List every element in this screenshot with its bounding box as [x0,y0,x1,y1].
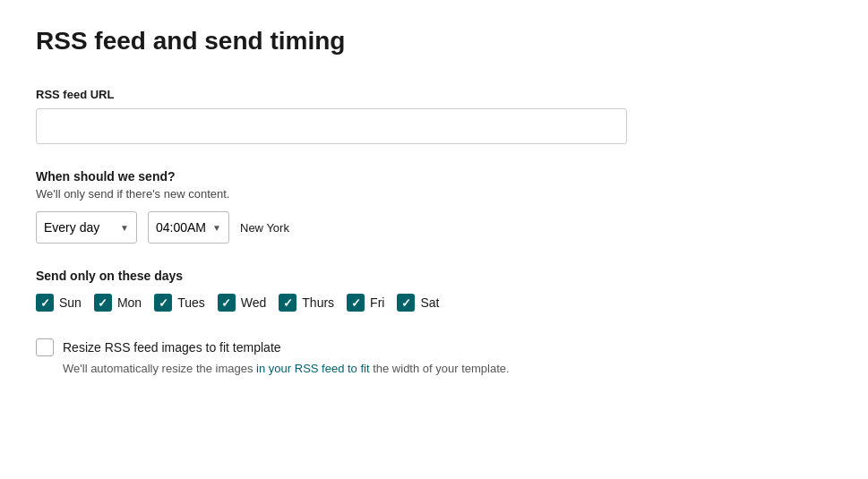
day-item-sun[interactable]: ✓ Sun [36,294,82,312]
days-row: ✓ Sun ✓ Mon ✓ Tues ✓ Wed ✓ [36,294,832,312]
frequency-dropdown-wrapper[interactable]: Every day Every week Every month ▼ [36,211,137,244]
send-question: When should we send? [36,169,832,184]
day-checkbox-tues[interactable]: ✓ [154,294,172,312]
resize-description: We'll automatically resize the images in… [63,362,832,375]
day-checkbox-mon[interactable]: ✓ [94,294,112,312]
time-select[interactable]: 04:00AM 05:00AM 06:00AM 07:00AM 08:00AM [156,220,221,235]
day-item-tues[interactable]: ✓ Tues [154,294,205,312]
checkmark-fri: ✓ [351,297,361,309]
resize-row: Resize RSS feed images to fit template [36,338,832,356]
day-label-sat: Sat [420,295,439,310]
rss-url-label: RSS feed URL [36,88,832,101]
rss-url-section: RSS feed URL [36,88,832,144]
time-dropdown-wrapper[interactable]: 04:00AM 05:00AM 06:00AM 07:00AM 08:00AM … [148,211,229,244]
checkmark-tues: ✓ [159,297,168,309]
day-checkbox-fri[interactable]: ✓ [347,294,365,312]
frequency-select[interactable]: Every day Every week Every month [44,220,129,235]
resize-section: Resize RSS feed images to fit template W… [36,338,832,375]
timezone-label: New York [240,221,289,235]
day-label-mon: Mon [117,295,142,310]
checkmark-sat: ✓ [401,297,411,309]
day-checkbox-sun[interactable]: ✓ [36,294,54,312]
day-item-wed[interactable]: ✓ Wed [218,294,267,312]
send-timing-section: When should we send? We'll only send if … [36,169,832,244]
day-item-mon[interactable]: ✓ Mon [94,294,142,312]
day-label-tues: Tues [177,295,205,310]
checkmark-wed: ✓ [221,297,231,309]
day-label-fri: Fri [370,295,384,310]
day-label-sun: Sun [59,295,82,310]
day-item-thurs[interactable]: ✓ Thurs [279,294,334,312]
resize-description-highlight: in your RSS feed to fit [256,362,369,375]
page-title: RSS feed and send timing [36,27,832,56]
day-checkbox-wed[interactable]: ✓ [218,294,236,312]
day-checkbox-thurs[interactable]: ✓ [279,294,296,312]
checkmark-mon: ✓ [98,297,107,309]
day-checkbox-sat[interactable]: ✓ [397,294,415,312]
rss-url-input[interactable] [36,108,627,144]
days-section: Send only on these days ✓ Sun ✓ Mon ✓ Tu… [36,269,832,312]
send-note: We'll only send if there's new content. [36,187,832,201]
day-label-thurs: Thurs [302,295,334,310]
day-item-sat[interactable]: ✓ Sat [397,294,439,312]
resize-checkbox[interactable] [36,338,54,356]
send-controls: Every day Every week Every month ▼ 04:00… [36,211,832,244]
checkmark-thurs: ✓ [283,297,293,309]
day-label-wed: Wed [241,295,267,310]
day-item-fri[interactable]: ✓ Fri [347,294,384,312]
checkmark-sun: ✓ [40,297,50,309]
days-section-label: Send only on these days [36,269,832,283]
resize-label: Resize RSS feed images to fit template [63,340,281,355]
